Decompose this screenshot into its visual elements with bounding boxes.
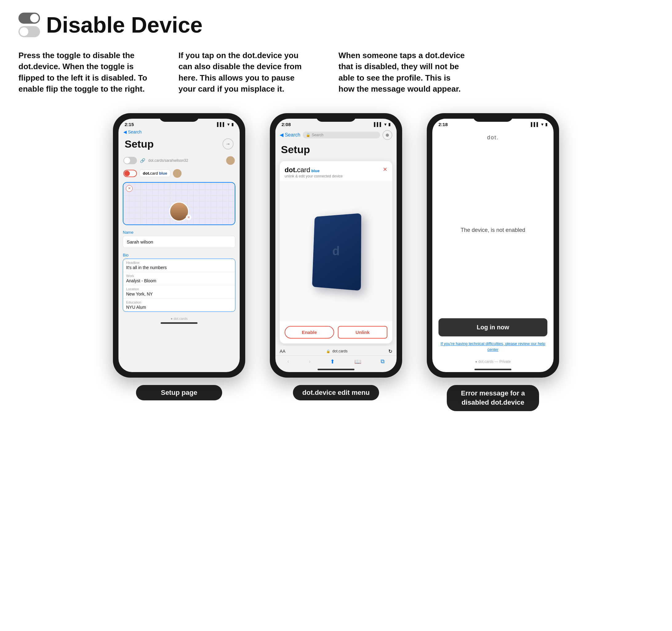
aa-label[interactable]: AA bbox=[280, 349, 286, 354]
name-section: Name Sarah wilson bbox=[118, 228, 240, 252]
location-value[interactable]: New York, NY bbox=[123, 292, 235, 298]
phone1-status-icons: ▌▌▌ ▾ ▮ bbox=[217, 122, 234, 127]
work-label: Work bbox=[123, 272, 235, 278]
work-value[interactable]: Analyst - Bloom bbox=[123, 278, 235, 285]
phone3-status-icons: ▌▌▌ ▾ ▮ bbox=[531, 122, 547, 127]
phone1-footer: ● dot.cards bbox=[118, 314, 240, 328]
name-label: Name bbox=[123, 230, 235, 235]
phone1-frame: 2:15 ▌▌▌ ▾ ▮ ◀ Search Setup → bbox=[113, 113, 245, 378]
lock-icon: 🔒 bbox=[326, 349, 331, 353]
phone3-dot-logo: dot. bbox=[432, 128, 554, 147]
phone2-status-icons: ▌▌▌ ▾ ▮ bbox=[374, 122, 390, 127]
help-link[interactable]: If you're having technical difficulties,… bbox=[438, 341, 547, 353]
headline-value[interactable]: It's all in the numbers bbox=[123, 265, 235, 272]
card-dot-logo: d bbox=[332, 244, 340, 258]
modal-blue-text: blue bbox=[310, 169, 319, 173]
description-1: Press the toggle to disable the dot.devi… bbox=[19, 50, 148, 95]
phone1-mini-toggle[interactable] bbox=[123, 157, 137, 164]
phone1-home-indicator bbox=[161, 322, 197, 324]
descriptions-row: Press the toggle to disable the dot.devi… bbox=[19, 50, 653, 95]
phone2-setup-header: Setup bbox=[275, 142, 397, 159]
nav-forward-icon[interactable]: › bbox=[309, 358, 310, 365]
phone3-notch bbox=[473, 113, 513, 122]
phone2-frame: 2:08 ▌▌▌ ▾ ▮ ◀ Search 🔒 Search ⊕ bbox=[270, 113, 402, 378]
phone2-notch bbox=[316, 113, 356, 122]
modal-title: dot.card blue bbox=[285, 166, 343, 174]
bio-inner: Headline It's all in the numbers Work An… bbox=[123, 259, 235, 312]
refresh-icon[interactable]: ↻ bbox=[388, 348, 392, 354]
profile-edit-btn[interactable]: ✕ bbox=[186, 214, 191, 220]
modal-header: dot.card blue unlink & edit your connect… bbox=[280, 161, 392, 181]
phone2-caption: dot.device edit menu bbox=[293, 385, 379, 400]
enable-button[interactable]: Enable bbox=[285, 326, 334, 338]
modal-title-row: dot.card blue unlink & edit your connect… bbox=[285, 166, 343, 178]
education-field: Education NYU Alum bbox=[123, 299, 235, 311]
nav-tabs-icon[interactable]: ⧉ bbox=[381, 358, 385, 365]
name-input[interactable]: Sarah wilson bbox=[123, 236, 235, 248]
nav-bookmarks-icon[interactable]: 📖 bbox=[355, 358, 361, 365]
profile-avatar-img bbox=[170, 203, 188, 221]
phone1-setup-title: Setup bbox=[125, 138, 153, 150]
page-title: Disable Device bbox=[46, 12, 202, 37]
phone1-inner: 2:15 ▌▌▌ ▾ ▮ ◀ Search Setup → bbox=[118, 119, 240, 372]
modal-actions: Enable Unlink bbox=[280, 321, 392, 344]
dot-card-badge[interactable]: dot.card blue bbox=[139, 170, 170, 177]
phone1-caption: Setup page bbox=[136, 385, 222, 400]
phone1-back-nav[interactable]: ◀ Search bbox=[118, 128, 240, 135]
headline-field: Headline It's all in the numbers bbox=[123, 259, 235, 272]
headline-label: Headline bbox=[123, 259, 235, 265]
error-center: The device, is not enabled bbox=[432, 147, 554, 313]
phone2-modal-card: dot.card blue unlink & edit your connect… bbox=[280, 161, 392, 344]
signal-icon3: ▌▌▌ bbox=[531, 122, 539, 127]
toggle-on-icon bbox=[19, 12, 40, 24]
dot-logo-text: dot. bbox=[487, 134, 499, 141]
bio-section: Bio Headline It's all in the numbers Wor… bbox=[118, 252, 240, 314]
search-icon: 🔒 bbox=[306, 133, 310, 137]
phone1-next-button[interactable]: → bbox=[222, 138, 234, 149]
phone3-caption-text: Error message for a disabled dot.device bbox=[461, 389, 525, 406]
page-header: Disable Device bbox=[19, 12, 653, 37]
phone3-inner: 2:18 ▌▌▌ ▾ ▮ dot. The device, is not ena… bbox=[432, 119, 554, 372]
unlink-button[interactable]: Unlink bbox=[338, 326, 387, 338]
phones-row: 2:15 ▌▌▌ ▾ ▮ ◀ Search Setup → bbox=[19, 113, 653, 411]
phone3-footer-area: Log in now If you're having technical di… bbox=[432, 313, 554, 368]
profile-close-btn[interactable]: ✕ bbox=[126, 185, 133, 192]
blue-card: d bbox=[312, 213, 361, 291]
wifi-icon: ▾ bbox=[227, 122, 230, 127]
phone3-home-indicator bbox=[475, 369, 511, 370]
phone3-caption: Error message for a disabled dot.device bbox=[447, 385, 539, 411]
work-field: Work Analyst - Bloom bbox=[123, 272, 235, 285]
description-3-text: When someone taps a dot.device that is d… bbox=[338, 50, 468, 95]
phone3-time: 2:18 bbox=[438, 122, 448, 127]
phone2-home-indicator bbox=[317, 369, 355, 370]
signal-icon2: ▌▌▌ bbox=[374, 122, 382, 127]
education-value[interactable]: NYU Alum bbox=[123, 305, 235, 311]
browser-nav: ‹ › ⬆ 📖 ⧉ bbox=[275, 355, 397, 368]
error-message: The device, is not enabled bbox=[461, 227, 525, 233]
bio-label: Bio bbox=[123, 253, 235, 257]
modal-dot-text: dot. bbox=[285, 166, 297, 174]
phone3-wrapper: 2:18 ▌▌▌ ▾ ▮ dot. The device, is not ena… bbox=[427, 113, 559, 411]
nav-share-icon[interactable]: ⬆ bbox=[330, 358, 335, 365]
battery-icon3: ▮ bbox=[545, 122, 547, 127]
phone1-toggle-knob bbox=[124, 157, 130, 163]
modal-close-btn[interactable]: ✕ bbox=[383, 166, 387, 173]
browser-url-text: dot.cards bbox=[332, 349, 347, 353]
toggle-knob-on bbox=[30, 14, 39, 22]
phone2-next-btn[interactable]: ⊕ bbox=[382, 130, 392, 140]
phone1-toggle-row: 🔗 dot.cards/sarahwilson32 bbox=[118, 154, 240, 167]
phone2-setup-title: Setup bbox=[281, 144, 310, 156]
device-toggle-red[interactable] bbox=[123, 170, 137, 177]
phone2-back-btn[interactable]: ◀ Search bbox=[280, 132, 300, 138]
device-toggle-knob bbox=[124, 171, 130, 176]
login-button[interactable]: Log in now bbox=[438, 318, 547, 336]
phone1-profile-preview: ✕ ✕ bbox=[123, 182, 235, 225]
phone1-notch bbox=[159, 113, 199, 122]
nav-back-icon[interactable]: ‹ bbox=[287, 358, 289, 365]
modal-card-text: card bbox=[297, 166, 310, 174]
phone2-search-bar[interactable]: 🔒 Search bbox=[303, 132, 380, 138]
phone3-frame: 2:18 ▌▌▌ ▾ ▮ dot. The device, is not ena… bbox=[427, 113, 559, 378]
back-label[interactable]: ◀ Search bbox=[123, 129, 142, 134]
description-2: If you tap on the dot.device you can als… bbox=[178, 50, 308, 95]
phone2-time: 2:08 bbox=[282, 122, 291, 127]
